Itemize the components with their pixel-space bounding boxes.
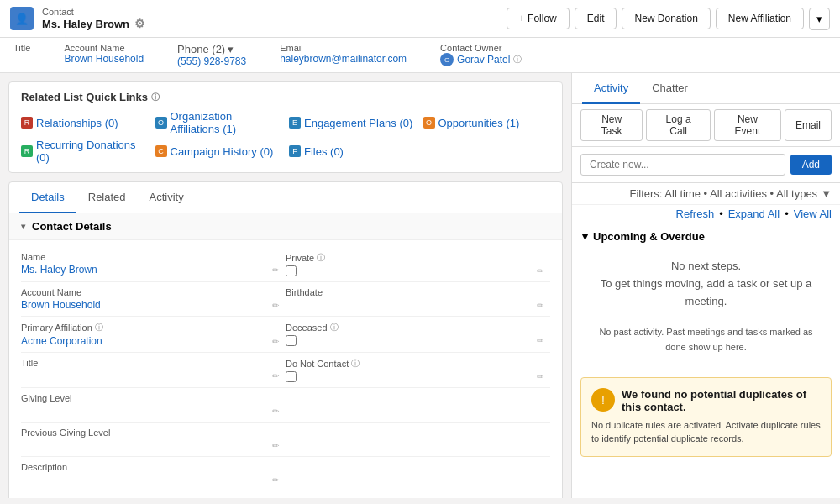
prev-giving-level-field-cell: Previous Giving Level ✏ — [21, 423, 286, 457]
files-icon: F — [289, 145, 301, 157]
owner-info-icon: ⓘ — [513, 54, 522, 66]
prev-giving-level-edit-icon[interactable]: ✏ — [272, 441, 279, 450]
quick-link-engagement-plans[interactable]: E Engagement Plans (0) — [289, 110, 417, 135]
private-checkbox[interactable] — [286, 265, 297, 276]
edit-button[interactable]: Edit — [575, 8, 617, 29]
contact-fields-grid: Name Ms. Haley Brown ✏ Private ⓘ ✏ — [9, 240, 562, 498]
phone-dropdown-icon[interactable]: ▾ — [228, 43, 234, 55]
primary-affiliation-row: Acme Corporation ✏ — [21, 335, 279, 347]
private-row: ✏ — [286, 265, 543, 276]
view-all-link[interactable]: View All — [794, 207, 832, 220]
owner-value-row: G Gorav Patel ⓘ — [440, 53, 522, 66]
filters-bar: Filters: All time • All activities • All… — [572, 183, 840, 205]
contact-details-header[interactable]: ▾ Contact Details — [9, 213, 562, 240]
phone-field: Phone (2) ▾ (555) 928-9783 — [177, 43, 246, 67]
new-event-button[interactable]: New Event — [714, 109, 781, 141]
account-name-field-label: Account Name — [21, 287, 279, 297]
description-field-cell: Description ✏ — [21, 457, 286, 491]
deceased-edit-icon[interactable]: ✏ — [537, 336, 543, 345]
account-name-value[interactable]: Brown Household — [64, 53, 144, 65]
description-edit-icon[interactable]: ✏ — [272, 475, 279, 485]
tab-related[interactable]: Related — [76, 182, 138, 213]
primary-affiliation-edit-icon[interactable]: ✏ — [272, 337, 279, 346]
tab-activity[interactable]: Activity — [138, 182, 196, 213]
quick-link-opportunities[interactable]: O Opportunities (1) — [423, 110, 551, 135]
create-new-input[interactable] — [580, 154, 785, 176]
sub-header: Title Account Name Brown Household Phone… — [0, 38, 840, 73]
giving-level-value — [21, 405, 24, 417]
account-name-field-row: Brown Household ✏ — [21, 299, 279, 311]
email-button[interactable]: Email — [785, 109, 832, 141]
name-edit-icon[interactable]: ✏ — [272, 265, 279, 275]
title-edit-icon[interactable]: ✏ — [272, 371, 279, 381]
owner-name[interactable]: Gorav Patel — [457, 54, 510, 66]
description-value — [21, 474, 24, 486]
left-panel: Related List Quick Links ⓘ R Relationshi… — [0, 73, 571, 498]
quick-link-files[interactable]: F Files (0) — [289, 139, 417, 164]
title-field-cell: Title ✏ — [21, 353, 286, 388]
quick-links-grid: R Relationships (0) O Organization Affil… — [21, 110, 550, 164]
title-field-row: ✏ — [21, 370, 279, 381]
quick-link-org-affiliations[interactable]: O Organization Affiliations (1) — [155, 110, 283, 135]
follow-button[interactable]: + Follow — [507, 8, 570, 29]
name-field-cell: Name Ms. Haley Brown ✏ — [21, 247, 286, 282]
phone-label: Phone (2) ▾ — [177, 43, 246, 55]
new-affiliation-button[interactable]: New Affiliation — [716, 8, 804, 29]
birthdate-row: ✏ — [286, 299, 543, 311]
email-value[interactable]: haleybrown@mailinator.com — [280, 53, 407, 65]
tab-chatter[interactable]: Chatter — [640, 73, 700, 104]
past-activity-text: No past activity. Past meetings and task… — [582, 318, 830, 361]
deceased-row: ✏ — [286, 335, 543, 346]
activity-tab-bar: Activity Chatter — [572, 73, 840, 104]
do-not-contact-edit-icon[interactable]: ✏ — [537, 372, 543, 381]
account-name-field-value[interactable]: Brown Household — [21, 299, 101, 311]
private-edit-icon[interactable]: ✏ — [537, 266, 543, 276]
detail-tab-bar: Details Related Activity — [9, 182, 562, 213]
giving-level-row: ✏ — [21, 405, 279, 417]
deceased-info-icon: ⓘ — [330, 322, 339, 333]
contact-settings-icon[interactable]: ⚙ — [134, 17, 145, 30]
new-donation-button[interactable]: New Donation — [622, 8, 710, 29]
giving-level-label: Giving Level — [21, 393, 279, 403]
empty-cell-2 — [286, 423, 550, 457]
quick-link-campaign-history[interactable]: C Campaign History (0) — [155, 139, 283, 164]
contact-name: Ms. Haley Brown — [42, 18, 129, 30]
duplicate-header: ! We found no potential duplicates of th… — [591, 388, 821, 413]
title-field: Title — [13, 43, 30, 65]
name-value[interactable]: Ms. Haley Brown — [21, 264, 97, 276]
upcoming-header[interactable]: ▾ Upcoming & Overdue — [582, 230, 830, 243]
do-not-contact-row: ✏ — [286, 371, 543, 382]
expand-all-link[interactable]: Expand All — [728, 207, 780, 220]
quick-link-relationships[interactable]: R Relationships (0) — [21, 110, 149, 135]
account-name-edit-icon[interactable]: ✏ — [272, 301, 279, 310]
do-not-contact-checkbox[interactable] — [286, 371, 297, 382]
log-a-call-button[interactable]: Log a Call — [646, 109, 710, 141]
title-value — [13, 53, 30, 65]
email-label: Email — [280, 43, 407, 53]
add-button[interactable]: Add — [790, 155, 832, 175]
activity-links-bar: Refresh • Expand All • View All — [572, 205, 840, 223]
contact-details-title: Contact Details — [32, 220, 112, 233]
giving-level-edit-icon[interactable]: ✏ — [272, 407, 279, 416]
title-field-label: Title — [21, 358, 279, 368]
tab-details[interactable]: Details — [19, 182, 76, 213]
more-actions-button[interactable]: ▾ — [809, 8, 830, 30]
birthdate-edit-icon[interactable]: ✏ — [537, 301, 543, 310]
page-header: 👤 Contact Ms. Haley Brown ⚙ + Follow Edi… — [0, 0, 840, 38]
upcoming-chevron: ▾ — [582, 230, 588, 243]
deceased-checkbox[interactable] — [286, 335, 297, 346]
phone-value[interactable]: (555) 928-9783 — [177, 55, 246, 67]
prev-giving-level-label: Previous Giving Level — [21, 428, 279, 438]
owner-label: Contact Owner — [440, 43, 522, 53]
contact-type-icon: 👤 — [10, 7, 34, 30]
prev-giving-level-value — [21, 439, 24, 451]
refresh-link[interactable]: Refresh — [676, 207, 715, 220]
filter-funnel-icon[interactable]: ▼ — [821, 187, 832, 200]
tab-activity-panel[interactable]: Activity — [582, 73, 640, 104]
upcoming-title: Upcoming & Overdue — [593, 230, 705, 243]
activity-compose-bar: Add — [572, 147, 840, 183]
birthdate-field-cell: Birthdate ✏ — [286, 282, 550, 317]
primary-affiliation-value[interactable]: Acme Corporation — [21, 335, 102, 347]
new-task-button[interactable]: New Task — [580, 109, 643, 141]
quick-link-recurring-donations[interactable]: R Recurring Donations (0) — [21, 139, 149, 164]
